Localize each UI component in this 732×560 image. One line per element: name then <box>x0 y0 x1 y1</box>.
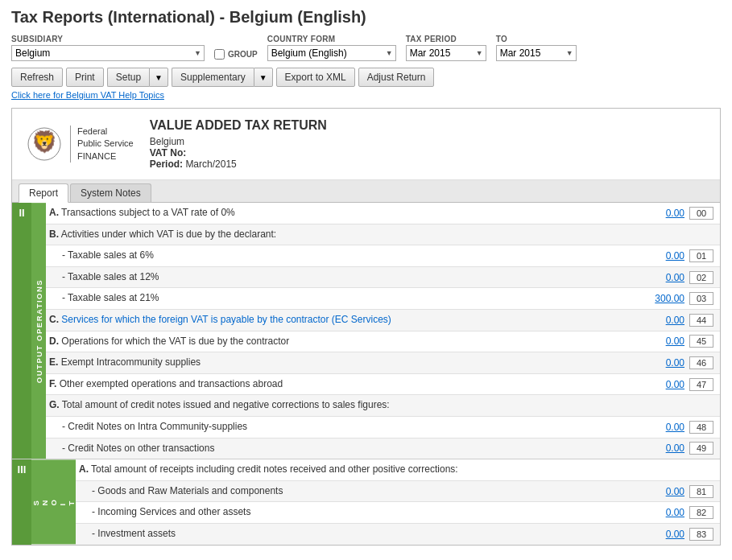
row-code: 82 <box>689 506 713 519</box>
row-description: - Taxable sales at 12% <box>49 270 636 286</box>
group-checkbox[interactable] <box>214 49 225 60</box>
table-row: - Credit Notes on Intra Community-suppli… <box>46 417 720 439</box>
row-amount[interactable]: 0.00 <box>636 250 684 261</box>
section-ii-labels: II OUTPUT OPERATIONS <box>12 203 46 459</box>
tab-report[interactable]: Report <box>19 183 68 203</box>
section-ii-rows: A. Transactions subject to a VAT rate of… <box>46 203 720 459</box>
subsidiary-label: SUBSIDIARY <box>11 35 205 43</box>
tax-period-label: TAX PERIOD <box>406 35 486 43</box>
row-description: - Credit Notes on Intra Community-suppli… <box>49 419 636 435</box>
row-code: 01 <box>689 249 713 262</box>
report-country: Belgium <box>150 136 327 147</box>
row-description: - Taxable sales at 6% <box>49 248 636 264</box>
to-select[interactable]: Mar 2015 <box>496 45 577 61</box>
row-code: 49 <box>689 442 713 455</box>
refresh-button[interactable]: Refresh <box>11 68 63 87</box>
row-amount[interactable]: 0.00 <box>636 357 684 369</box>
table-row: - Taxable sales at 12% 0.00 02 <box>46 267 720 289</box>
country-form-select[interactable]: Belgium (English) <box>267 45 396 61</box>
row-description: A. Transactions subject to a VAT rate of… <box>49 205 636 221</box>
table-row: - Credit Notes on other transactions 0.0… <box>46 439 720 459</box>
supplementary-button-group: Supplementary ▼ <box>172 68 273 87</box>
row-code: 03 <box>689 292 713 305</box>
row-description: G. Total amount of credit notes issued a… <box>49 397 713 414</box>
setup-button[interactable]: Setup <box>107 68 149 87</box>
section-iii-block: III SNOIT A. Total amount of receipts in… <box>12 459 720 544</box>
section-iii-ops-label: SNOIT <box>31 459 76 544</box>
row-code: 45 <box>689 335 713 348</box>
supplementary-button[interactable]: Supplementary <box>172 68 254 87</box>
row-code: 83 <box>689 528 713 541</box>
row-description: - Taxable sales at 21% <box>49 290 636 307</box>
table-row: F. Other exempted operations and transac… <box>46 374 720 396</box>
logo-area: 🦁 Federal Public Service FINANCE <box>25 125 134 163</box>
row-description: B. Activities under which VAT is due by … <box>49 227 713 243</box>
report-container: 🦁 Federal Public Service FINANCE VALUE A… <box>11 108 721 546</box>
table-row: G. Total amount of credit notes issued a… <box>46 395 720 417</box>
setup-arrow[interactable]: ▼ <box>149 68 168 87</box>
table-row: B. Activities under which VAT is due by … <box>46 224 720 246</box>
org-name: Federal Public Service FINANCE <box>70 126 134 163</box>
adjust-return-button[interactable]: Adjust Return <box>358 68 435 87</box>
row-description: - Credit Notes on other transactions <box>49 441 636 457</box>
row-code: 02 <box>689 271 713 284</box>
section-iii-labels: III SNOIT <box>12 459 76 544</box>
report-vat: VAT No: <box>150 147 327 159</box>
row-description: F. Other exempted operations and transac… <box>49 377 636 393</box>
supplementary-arrow[interactable]: ▼ <box>254 68 273 87</box>
section-ii-ops-label: OUTPUT OPERATIONS <box>31 203 46 459</box>
row-amount[interactable]: 300.00 <box>636 293 684 304</box>
row-description: - Goods and Raw Materials and components <box>79 484 636 500</box>
row-amount[interactable]: 0.00 <box>636 422 684 433</box>
group-label: GROUP <box>228 50 258 59</box>
table-row: - Incoming Services and other assets 0.0… <box>76 502 720 524</box>
table-row: C. Services for which the foreign VAT is… <box>46 310 720 331</box>
row-description: E. Exempt Intracommunity supplies <box>49 355 636 371</box>
tabs-area: Report System Notes <box>12 180 720 203</box>
row-code: 00 <box>689 207 713 220</box>
to-label: TO <box>496 35 577 43</box>
table-row: A. Transactions subject to a VAT rate of… <box>46 203 720 224</box>
row-description: - Investment assets <box>79 526 636 542</box>
report-period: Period: March/2015 <box>150 159 327 170</box>
table-row: - Taxable sales at 6% 0.00 01 <box>46 245 720 267</box>
row-code: 44 <box>689 314 713 327</box>
row-description: - Incoming Services and other assets <box>79 504 636 521</box>
row-amount[interactable]: 0.00 <box>636 443 684 454</box>
section-iii-rows: A. Total amount of receipts including cr… <box>76 459 720 544</box>
row-amount[interactable]: 0.00 <box>636 379 684 390</box>
report-header: 🦁 Federal Public Service FINANCE VALUE A… <box>12 109 720 180</box>
table-row: A. Total amount of receipts including cr… <box>76 459 720 481</box>
row-description: D. Operations for which the VAT is due b… <box>49 334 636 350</box>
section-ii-block: II OUTPUT OPERATIONS A. Transactions sub… <box>12 203 720 459</box>
print-button[interactable]: Print <box>66 68 104 87</box>
row-amount[interactable]: 0.00 <box>636 507 684 518</box>
section-iii-roman: III <box>12 459 31 544</box>
page-title: Tax Reports (International) - Belgium (E… <box>0 0 732 31</box>
help-link[interactable]: Click here for Belgium VAT Help Topics <box>11 90 721 103</box>
row-code: 47 <box>689 378 713 391</box>
row-amount[interactable]: 0.00 <box>636 208 684 219</box>
setup-button-group: Setup ▼ <box>107 68 168 87</box>
country-form-label: COUNTRY FORM <box>267 35 396 43</box>
report-title-area: VALUE ADDED TAX RETURN Belgium VAT No: P… <box>150 118 327 170</box>
row-amount[interactable]: 0.00 <box>636 336 684 347</box>
row-description: A. Total amount of receipts including cr… <box>79 462 713 478</box>
row-code: 81 <box>689 485 713 498</box>
row-amount[interactable]: 0.00 <box>636 315 684 326</box>
subsidiary-select[interactable]: Belgium <box>11 45 205 61</box>
row-amount[interactable]: 0.00 <box>636 486 684 497</box>
row-amount[interactable]: 0.00 <box>636 272 684 283</box>
tax-period-select[interactable]: Mar 2015 <box>406 45 486 61</box>
svg-text:🦁: 🦁 <box>31 129 58 154</box>
table-row: - Goods and Raw Materials and components… <box>76 481 720 503</box>
row-amount[interactable]: 0.00 <box>636 529 684 540</box>
belgium-logo: 🦁 <box>25 125 64 163</box>
tab-system-notes[interactable]: System Notes <box>70 183 151 202</box>
table-row: - Investment assets 0.00 83 <box>76 524 720 545</box>
export-xml-button[interactable]: Export to XML <box>276 68 355 87</box>
row-description: C. Services for which the foreign VAT is… <box>49 312 636 328</box>
section-ii-roman: II <box>12 203 31 459</box>
report-main-title: VALUE ADDED TAX RETURN <box>150 118 327 133</box>
row-code: 46 <box>689 356 713 369</box>
